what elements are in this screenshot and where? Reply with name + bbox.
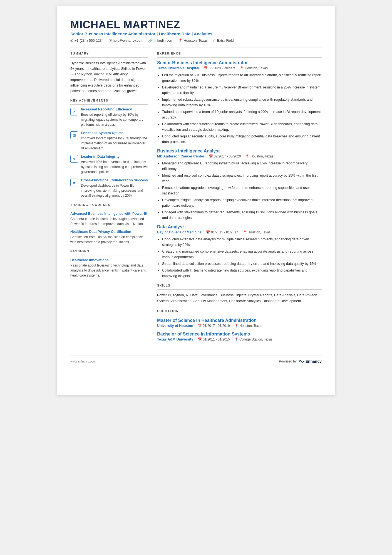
achievement-description: Boosted reporting efficiency by 30% by m… (81, 112, 148, 127)
achievement-content: Enhanced System Uptime Improved system u… (81, 131, 148, 151)
education-section: EDUCATION Master of Science in Healthcar… (157, 309, 322, 341)
footer-powered: Powered by Enhancv (279, 358, 322, 364)
linkedin-icon: 🔗 (148, 38, 153, 43)
candidate-name: MICHAEL MARTINEZ (70, 19, 322, 31)
achievement-title: Enhanced System Uptime (81, 131, 148, 135)
achievement-icon: ⊡ (70, 131, 78, 139)
phone-value: +1-(234)-555-1234 (75, 39, 104, 43)
main-content: SUMMARY Dynamic Business Intelligence Ad… (70, 52, 322, 346)
achievement-description: Improved system uptime by 25% through th… (81, 136, 148, 151)
job-company: Texas Children's Hospital (157, 66, 199, 70)
list-item: Engaged with stakeholders to gather requ… (162, 209, 322, 221)
education-section-title: EDUCATION (157, 309, 322, 313)
summary-text: Dynamic Business Intelligence Administra… (70, 60, 148, 94)
edu-meta: University of Houston 📅 01/2017 - 01/201… (157, 324, 322, 328)
achievement-icon: ✎ (70, 155, 78, 163)
passions-section: PASSIONS Healthcare Innovations Passiona… (70, 250, 148, 278)
course-description: Certification from HIMSS focusing on com… (70, 235, 148, 245)
job-company: MD Anderson Cancer Center (157, 154, 204, 158)
left-column: SUMMARY Dynamic Business Intelligence Ad… (70, 52, 148, 346)
course-title: Advanced Business Intelligence with Powe… (70, 212, 148, 216)
achievement-icon: ✓ (70, 108, 78, 115)
passions-section-title: PASSIONS (70, 250, 148, 253)
skills-section-title: SKILLS (157, 284, 322, 287)
job-company: Baylor College of Medicine (157, 230, 202, 234)
job-bullets: Conducted extensive data analysis for mu… (157, 236, 322, 279)
skills-section: SKILLS Power BI, Python, R, Data Governa… (157, 284, 322, 304)
job-entry: Business Intelligence Analyst MD Anderso… (157, 149, 322, 221)
edu-meta: Texas A&M University 📅 01/2011 - 01/2015… (157, 337, 322, 341)
achievement-content: Leader in Data Integrity Achieved 40% im… (81, 155, 148, 174)
job-meta: Texas Children's Hospital 📅 06/2020 - Pr… (157, 66, 322, 70)
summary-divider (70, 57, 148, 58)
achievement-icon: ★ (70, 179, 78, 186)
right-column: EXPERIENCE Senior Business Intelligence … (157, 52, 322, 346)
enhancv-logo-icon (298, 358, 304, 364)
location-value: Houston, Texas (184, 39, 208, 43)
education-entry: Bachelor of Science in Information Syste… (157, 332, 322, 341)
job-location: 📍 Houston, Texas (243, 230, 271, 234)
list-item: Trained and supervised a team of 10 juni… (162, 109, 322, 120)
achievement-item: ★ Cross-Functional Collaboration Success… (70, 178, 148, 198)
passion-title: Healthcare Innovations (70, 258, 148, 262)
header: MICHAEL MARTINEZ Senior Business Intelli… (70, 19, 322, 43)
linkedin-value: linkedin.com (154, 39, 173, 43)
job-date: 📅 02/2017 - 05/2020 (209, 154, 241, 158)
job-bullets: Led the migration of 50+ Business Object… (157, 72, 322, 145)
phone-icon: ✆ (70, 38, 73, 43)
school-name: University of Houston (157, 324, 193, 328)
summary-section: SUMMARY Dynamic Business Intelligence Ad… (70, 52, 148, 94)
job-bullets: Managed and optimized BI reporting infra… (157, 161, 322, 221)
edu-date: 📅 01/2017 - 01/2019 (198, 324, 230, 328)
list-item: Created and maintained comprehensive dat… (162, 249, 322, 260)
training-section-title: TRAINING / COURSES (70, 203, 148, 206)
list-item: Collaborated with cross-functional teams… (162, 121, 322, 132)
achievement-title: Increased Reporting Efficiency (81, 107, 148, 111)
skills-text: Power BI, Python, R, Data Governance, Bu… (157, 292, 322, 304)
skills-divider (157, 289, 322, 290)
passions-divider (70, 255, 148, 255)
job-title: Business Intelligence Analyst (157, 149, 322, 154)
candidate-title: Senior Business Intelligence Administrat… (70, 31, 322, 36)
achievement-item: ⊡ Enhanced System Uptime Improved system… (70, 131, 148, 151)
enhancv-logo: Enhancv (298, 358, 322, 364)
degree-title: Master of Science in Healthcare Administ… (157, 318, 322, 323)
email-icon: ✉ (109, 38, 112, 43)
email-contact: ✉ help@enhancv.com (109, 38, 143, 43)
email-value: help@enhancv.com (113, 39, 143, 43)
edu-location: 📍 Houston, Texas (234, 324, 262, 328)
training-list: Advanced Business Intelligence with Powe… (70, 212, 148, 245)
passions-list: Healthcare Innovations Passionate about … (70, 258, 148, 278)
extra-value: Extra Field (217, 39, 234, 43)
location-icon: 📍 (178, 38, 183, 43)
edu-location: 📍 College Station, Texas (234, 337, 273, 341)
achievements-section: KEY ACHIEVEMENTS ✓ Increased Reporting E… (70, 99, 148, 198)
experience-list: Senior Business Intelligence Administrat… (157, 60, 322, 279)
edu-date: 📅 01/2011 - 01/2015 (198, 337, 230, 341)
list-item: Managed and optimized BI reporting infra… (162, 161, 322, 172)
extra-contact: ☆ Extra Field (213, 38, 234, 43)
education-divider (157, 315, 322, 315)
training-section: TRAINING / COURSES Advanced Business Int… (70, 203, 148, 245)
summary-section-title: SUMMARY (70, 52, 148, 55)
job-title: Data Analyst (157, 225, 322, 230)
job-meta: MD Anderson Cancer Center 📅 02/2017 - 05… (157, 154, 322, 158)
education-entry: Master of Science in Healthcare Administ… (157, 318, 322, 328)
training-divider (70, 209, 148, 209)
school-name: Texas A&M University (157, 337, 193, 341)
list-item: Executed platform upgrades, leveraging n… (162, 185, 322, 196)
achievements-section-title: KEY ACHIEVEMENTS (70, 99, 148, 102)
achievements-divider (70, 104, 148, 105)
enhancv-brand-name: Enhancv (306, 359, 322, 364)
achievement-content: Cross-Functional Collaboration Success D… (81, 178, 148, 198)
passion-description: Passionate about leveraging technology a… (70, 263, 148, 278)
course-description: Coursera course focused on leveraging ad… (70, 216, 148, 226)
list-item: Developed and maintained a secure multi-… (162, 85, 322, 96)
experience-section: EXPERIENCE Senior Business Intelligence … (157, 52, 322, 279)
achievement-description: Achieved 40% improvement in data integri… (81, 159, 148, 174)
job-entry: Data Analyst Baylor College of Medicine … (157, 225, 322, 279)
list-item: Collaborated with IT teams to integrate … (162, 268, 322, 279)
achievements-list: ✓ Increased Reporting Efficiency Boosted… (70, 107, 148, 198)
extra-icon: ☆ (213, 38, 216, 43)
degree-title: Bachelor of Science in Information Syste… (157, 332, 322, 337)
